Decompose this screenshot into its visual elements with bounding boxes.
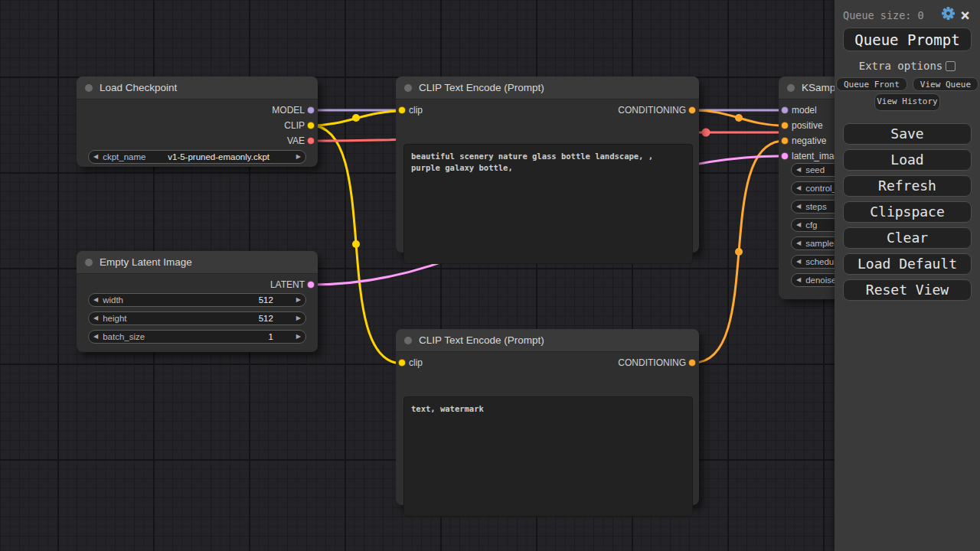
output-port-model[interactable]: [307, 106, 315, 114]
io-row-clip-conditioning: clip CONDITIONING: [396, 103, 699, 118]
increment-arrow-icon[interactable]: ▶: [292, 294, 305, 306]
decrement-arrow-icon[interactable]: ◀: [792, 182, 805, 194]
input-port-model[interactable]: [781, 106, 789, 114]
link-midpoint-dot: [735, 248, 743, 256]
node-title: CLIP Text Encode (Prompt): [419, 82, 544, 93]
input-port-positive[interactable]: [781, 122, 789, 129]
view-history-button[interactable]: View History: [874, 93, 940, 111]
node-titlebar[interactable]: CLIP Text Encode (Prompt): [396, 77, 699, 99]
node-clip-text-encode-positive[interactable]: CLIP Text Encode (Prompt) clip CONDITION…: [396, 77, 699, 253]
output-label: CLIP: [284, 118, 305, 133]
widget-label: width: [103, 294, 123, 306]
node-titlebar[interactable]: CLIP Text Encode (Prompt): [396, 329, 699, 352]
link-midpoint-dot: [702, 129, 710, 137]
widget-value: 1: [145, 331, 292, 343]
widget-label: batch_size: [103, 331, 145, 343]
close-icon[interactable]: ×: [958, 9, 972, 21]
link-midpoint-dot: [352, 114, 360, 122]
settings-gear-icon[interactable]: [942, 7, 955, 23]
collapse-dot-icon[interactable]: [85, 84, 93, 92]
widget-width[interactable]: ◀ width 512 ▶: [88, 293, 306, 307]
decrement-arrow-icon[interactable]: ◀: [89, 331, 103, 343]
prompt-textarea[interactable]: beautiful scenery nature glass bottle la…: [403, 144, 693, 264]
queue-prompt-button[interactable]: Queue Prompt: [843, 28, 972, 51]
decrement-arrow-icon[interactable]: ◀: [89, 312, 103, 324]
input-port-clip[interactable]: [398, 359, 406, 367]
queue-front-button[interactable]: Queue Front: [836, 77, 907, 91]
node-empty-latent-image[interactable]: Empty Latent Image LATENT ◀ width 512 ▶ …: [77, 251, 318, 352]
collapse-dot-icon[interactable]: [787, 84, 795, 92]
input-port-latent-image[interactable]: [781, 152, 789, 160]
link-midpoint-dot: [352, 240, 360, 248]
output-label: VAE: [287, 133, 305, 148]
node-title: Empty Latent Image: [100, 256, 192, 268]
widget-ckpt-name[interactable]: ◀ ckpt_name v1-5-pruned-emaonly.ckpt ▶: [88, 150, 306, 164]
extra-options-label: Extra options: [859, 60, 943, 72]
decrement-arrow-icon[interactable]: ◀: [89, 294, 103, 306]
decrement-arrow-icon[interactable]: ◀: [792, 201, 805, 213]
widget-batch-size[interactable]: ◀ batch_size 1 ▶: [88, 330, 306, 344]
widget-height[interactable]: ◀ height 512 ▶: [88, 311, 306, 325]
node-titlebar[interactable]: Load Checkpoint: [77, 77, 318, 99]
input-label: clip: [409, 355, 423, 370]
extra-options-row: Extra options: [835, 60, 980, 72]
decrement-arrow-icon[interactable]: ◀: [792, 219, 805, 231]
reset-view-button[interactable]: Reset View: [843, 279, 972, 301]
io-row-clip-conditioning: clip CONDITIONING: [396, 355, 699, 370]
increment-arrow-icon[interactable]: ▶: [292, 331, 305, 343]
output-row-clip: CLIP: [77, 118, 318, 133]
decrement-arrow-icon[interactable]: ◀: [89, 151, 103, 163]
output-row-latent: LATENT: [77, 277, 318, 292]
node-clip-text-encode-negative[interactable]: CLIP Text Encode (Prompt) clip CONDITION…: [396, 329, 699, 505]
widget-label: ckpt_name: [103, 151, 145, 163]
decrement-arrow-icon[interactable]: ◀: [792, 256, 805, 268]
output-port-vae[interactable]: [307, 137, 315, 145]
collapse-dot-icon[interactable]: [404, 337, 412, 344]
prompt-textarea[interactable]: text, watermark: [403, 396, 693, 517]
load-default-button[interactable]: Load Default: [843, 253, 972, 275]
output-label: LATENT: [270, 277, 305, 292]
widget-label: cfg: [805, 219, 817, 231]
widget-label: steps: [805, 201, 827, 213]
node-title: Load Checkpoint: [100, 82, 177, 93]
decrement-arrow-icon[interactable]: ◀: [792, 164, 805, 176]
view-queue-button[interactable]: View Queue: [913, 77, 978, 91]
refresh-button[interactable]: Refresh: [843, 175, 972, 197]
input-label: negative: [792, 133, 826, 148]
input-label: model: [792, 103, 817, 118]
node-load-checkpoint[interactable]: Load Checkpoint MODEL CLIP VAE ◀ ckpt_na…: [77, 77, 318, 167]
collapse-dot-icon[interactable]: [404, 84, 412, 92]
output-label: MODEL: [272, 103, 305, 118]
input-label: clip: [409, 103, 423, 118]
output-label: CONDITIONING: [618, 355, 686, 370]
increment-arrow-icon[interactable]: ▶: [292, 312, 305, 324]
output-row-model: MODEL: [77, 103, 318, 118]
input-port-clip[interactable]: [398, 106, 406, 114]
extra-options-checkbox[interactable]: [946, 61, 956, 71]
queue-buttons-row: Queue Front View Queue: [835, 77, 980, 91]
comfyui-app: { "icons": { "left_arrow": "◀", "right_a…: [0, 0, 980, 551]
clear-button[interactable]: Clear: [843, 227, 972, 249]
output-port-clip[interactable]: [307, 122, 315, 129]
decrement-arrow-icon[interactable]: ◀: [792, 237, 805, 249]
input-port-negative[interactable]: [781, 137, 789, 145]
menu-header: Queue size: 0 ×: [835, 0, 980, 24]
output-label: CONDITIONING: [618, 103, 686, 118]
widget-label: seed: [805, 164, 825, 176]
widget-value: 512: [123, 294, 292, 306]
output-port-conditioning[interactable]: [688, 359, 696, 367]
comfyui-menu-panel: Queue size: 0 × Queue Prompt Extra optio…: [835, 0, 980, 551]
node-title: CLIP Text Encode (Prompt): [419, 334, 544, 346]
increment-arrow-icon[interactable]: ▶: [292, 151, 305, 163]
clipspace-button[interactable]: Clipspace: [843, 201, 972, 223]
load-button[interactable]: Load: [843, 149, 972, 171]
node-titlebar[interactable]: Empty Latent Image: [77, 251, 318, 274]
input-label: positive: [792, 118, 823, 133]
save-button[interactable]: Save: [843, 123, 972, 145]
widget-label: height: [103, 312, 126, 324]
decrement-arrow-icon[interactable]: ◀: [792, 274, 805, 286]
output-port-latent[interactable]: [307, 281, 315, 289]
widget-value: v1-5-pruned-emaonly.ckpt: [145, 151, 291, 163]
collapse-dot-icon[interactable]: [85, 259, 93, 266]
output-port-conditioning[interactable]: [688, 106, 696, 114]
